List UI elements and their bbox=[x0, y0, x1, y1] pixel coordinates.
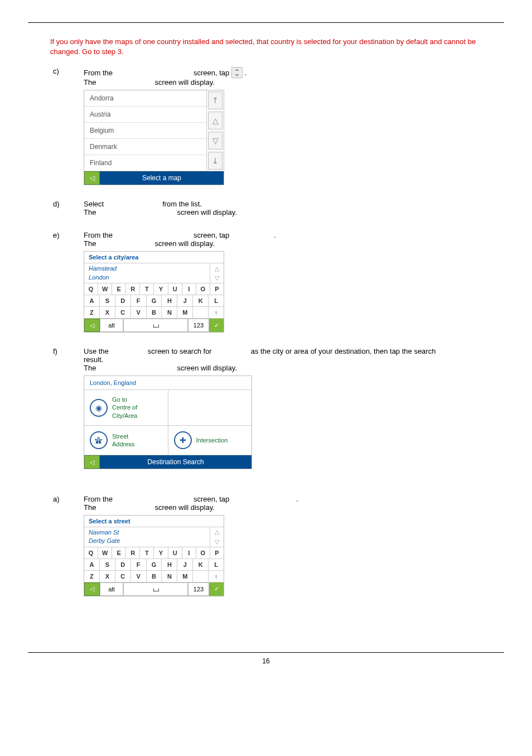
keyboard-key: O bbox=[196, 547, 210, 558]
keyboard-key: ↑ bbox=[209, 307, 224, 318]
keyboard-key: E bbox=[112, 547, 126, 558]
keyboard-key: M bbox=[177, 307, 193, 318]
keyboard-key: A bbox=[84, 295, 100, 306]
text: Select bbox=[84, 200, 104, 208]
scroll-down-icon: ▽ bbox=[210, 273, 224, 283]
text: The bbox=[84, 208, 96, 216]
scroll-up-icon: △ bbox=[208, 112, 223, 129]
keyboard-key: U bbox=[168, 547, 182, 558]
kbd-title: Select a street bbox=[84, 516, 224, 527]
list-item: Belgium bbox=[84, 123, 206, 139]
note-text: If you only have the maps of one country… bbox=[50, 37, 504, 57]
keyboard-key: L bbox=[209, 559, 224, 570]
text: . bbox=[274, 231, 276, 239]
keyboard-key: D bbox=[115, 559, 131, 570]
keyboard-key: I bbox=[182, 547, 196, 558]
street-icon: 🛣 bbox=[90, 431, 108, 449]
back-icon: ◁ bbox=[84, 171, 100, 185]
text: result. bbox=[84, 355, 103, 364]
kbd-input-line: Derby Gate bbox=[89, 537, 205, 545]
text: screen will display. bbox=[177, 364, 236, 372]
kbd-title: Select a city/area bbox=[84, 252, 224, 263]
space-key: ⌴ bbox=[123, 319, 188, 332]
step-e-letter: e) bbox=[28, 231, 84, 344]
dest-label: Intersection bbox=[196, 436, 228, 444]
keyboard-key: Z bbox=[84, 571, 100, 582]
scroll-down-icon: ▽ bbox=[210, 537, 224, 546]
scroll-icon bbox=[231, 67, 243, 78]
text: screen, tap bbox=[194, 231, 229, 239]
keyboard-key: D bbox=[115, 295, 131, 306]
intersection-icon: ✚ bbox=[174, 431, 192, 449]
keyboard-key: K bbox=[193, 295, 209, 306]
keyboard-key: G bbox=[147, 559, 162, 570]
text: From the bbox=[84, 231, 113, 239]
keyboard-key: X bbox=[100, 307, 115, 318]
text: as the city or area of your destination,… bbox=[251, 347, 436, 355]
keyboard-key: K bbox=[193, 559, 209, 570]
text: The bbox=[84, 78, 96, 86]
text: screen will display. bbox=[177, 208, 236, 216]
list-item: Andorra bbox=[84, 90, 206, 107]
keyboard-key: T bbox=[140, 283, 154, 295]
text: The bbox=[84, 503, 96, 512]
target-icon: ◉ bbox=[90, 399, 108, 417]
text: screen will display. bbox=[154, 78, 214, 86]
list-item: Austria bbox=[84, 107, 206, 123]
num-key: 123 bbox=[188, 582, 209, 596]
text: from the list. bbox=[162, 200, 202, 208]
kbd-input-line: Hamstead bbox=[89, 264, 205, 273]
keyboard-key: X bbox=[100, 571, 115, 582]
footer-title: Destination Search bbox=[100, 455, 252, 469]
keyboard-key: Y bbox=[154, 547, 168, 558]
list-item: Finland bbox=[84, 155, 206, 171]
step-d-letter: d) bbox=[28, 200, 84, 216]
text: Use the bbox=[84, 347, 109, 355]
step-f-letter: f) bbox=[28, 347, 84, 480]
keyboard-key: J bbox=[177, 559, 193, 570]
keyboard-key: B bbox=[147, 307, 162, 318]
keyboard-key: J bbox=[177, 295, 193, 306]
keyboard-key: M bbox=[177, 571, 193, 582]
scroll-top-icon: ⤒ bbox=[208, 92, 223, 109]
back-icon: ◁ bbox=[84, 455, 100, 469]
text: From the bbox=[84, 69, 113, 77]
scroll-up-icon: △ bbox=[210, 263, 224, 273]
keyboard-key bbox=[193, 571, 209, 582]
keyboard-key: ↑ bbox=[209, 571, 224, 582]
footer-title: Select a map bbox=[100, 171, 224, 185]
keyboard-key: W bbox=[98, 547, 112, 558]
keyboard-key: Y bbox=[154, 283, 168, 295]
keyboard-key: S bbox=[100, 559, 115, 570]
keyboard-key: P bbox=[210, 283, 224, 295]
keyboard-key: N bbox=[162, 307, 177, 318]
keyboard-key: P bbox=[210, 547, 224, 558]
keyboard-key: E bbox=[112, 283, 126, 295]
keyboard-mock-city: Select a city/area Hamstead London △ ▽ Q… bbox=[84, 251, 224, 333]
keyboard-key: H bbox=[162, 295, 177, 306]
num-key: 123 bbox=[188, 319, 209, 332]
keyboard-key: I bbox=[182, 283, 196, 295]
keyboard-key: A bbox=[84, 559, 100, 570]
destination-mock: London, England ◉ Go to Centre of City/A… bbox=[84, 375, 252, 469]
text: From the bbox=[84, 495, 113, 503]
keyboard-key: F bbox=[131, 295, 147, 306]
alt-key: alt bbox=[100, 319, 123, 332]
keyboard-key: R bbox=[126, 547, 140, 558]
keyboard-mock-street: Select a street Navman St Derby Gate △ ▽… bbox=[84, 515, 224, 596]
keyboard-key bbox=[193, 307, 209, 318]
ok-icon: ✓ bbox=[209, 319, 224, 332]
keyboard-key: R bbox=[126, 283, 140, 295]
keyboard-key: Q bbox=[84, 547, 98, 558]
keyboard-key: F bbox=[131, 559, 147, 570]
text: screen to search for bbox=[148, 347, 212, 355]
back-icon: ◁ bbox=[84, 582, 100, 596]
scroll-bottom-icon: ⤓ bbox=[208, 152, 223, 170]
page-number: 16 bbox=[28, 657, 504, 665]
text: The bbox=[84, 364, 96, 372]
text: screen, tap bbox=[194, 495, 229, 503]
kbd-input-line: London bbox=[89, 273, 205, 282]
keyboard-key: Q bbox=[84, 283, 98, 295]
space-key: ⌴ bbox=[123, 582, 188, 596]
dest-label: Street Address bbox=[112, 432, 134, 449]
